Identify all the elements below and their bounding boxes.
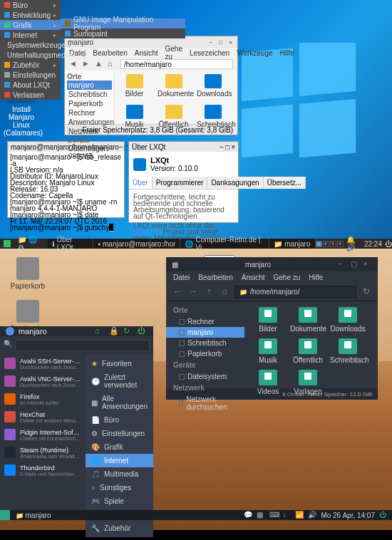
about-titlebar[interactable]: Über LXQt −□× (129, 142, 238, 152)
menu-gehezu[interactable]: Gehe zu (165, 45, 182, 61)
search-input[interactable] (15, 340, 150, 351)
minimize-button[interactable]: − (338, 260, 346, 269)
menu-internet[interactable]: Internet▸ (0, 30, 61, 40)
folder-dokumente[interactable]: Dokumente (290, 307, 326, 333)
fm2-titlebar[interactable]: ▦ manjaro − ▢ × (166, 257, 378, 271)
app-avahi-vnc[interactable]: Avahi VNC-Server-BrowserDurchsuchen nach… (0, 373, 86, 390)
menu-grafik[interactable]: Grafik▸ (0, 20, 61, 30)
fm2-content[interactable]: Bilder Dokumente Downloads Musik Öffentl… (244, 301, 378, 388)
menu-datei[interactable]: Datei (173, 274, 190, 281)
cat-spiele[interactable]: 🎮Spiele (86, 494, 153, 508)
menu-bearbeiten[interactable]: Bearbeiten (93, 49, 127, 57)
maximize-button[interactable]: □ (225, 143, 229, 151)
tab-ubersetzer[interactable]: Übersetz... (264, 177, 306, 189)
trash-icon[interactable]: Papierkorb (10, 257, 46, 290)
terminal-output[interactable]: [manjaro@manjaro ~]$ lsb_release -a LSB … (8, 152, 124, 233)
cat-sonstiges[interactable]: ○Sonstiges (86, 481, 153, 494)
menu-werkzeuge[interactable]: Werkzeuge (237, 49, 272, 57)
app-avahi-ssh[interactable]: Avahi SSH-Server-BrowserDurchsuchen nach… (0, 355, 86, 373)
maximize-button[interactable]: ▢ (351, 260, 359, 269)
power-icon[interactable]: ⏻ (138, 326, 148, 336)
tab-danksagungen[interactable]: Danksagungen (207, 177, 263, 189)
manjaro-start-button[interactable] (0, 510, 10, 520)
menu-hilfe[interactable]: Hilfe (280, 49, 294, 57)
up-button[interactable]: ↑ (203, 286, 215, 298)
app-firefox[interactable]: FirefoxIm Internet surfen (0, 390, 86, 408)
folder-bilder[interactable]: Bilder (118, 74, 150, 98)
menu-einstellungen[interactable]: Einstellungen (0, 70, 61, 80)
minimize-button[interactable]: − (220, 143, 224, 151)
task-filemanager[interactable]: 📁 manjaro (269, 239, 315, 249)
place-schreibtisch[interactable]: Schreibtisch (166, 338, 244, 348)
tray-icons[interactable]: 🔔 🔊 (346, 236, 361, 251)
cat-internet[interactable]: 🌐Internet (86, 454, 153, 467)
menu-icon[interactable]: ▦ (172, 261, 178, 269)
app-pidgin[interactable]: Pidgin Internet-Sofortnac...Chatten mit … (0, 426, 86, 444)
cat-zuletzt[interactable]: 🕐Zuletzt verwendet (86, 370, 153, 392)
menu-unterhaltung[interactable]: Unterhaltungsmedien...▸ (0, 50, 61, 60)
clock[interactable]: Mo 26 Apr, 14:07 (321, 512, 375, 519)
cat-einstellungen[interactable]: ⚙Einstellungen (86, 427, 153, 440)
menu-lesezeichen[interactable]: Lesezeichen (190, 49, 229, 57)
folder-videos[interactable]: Videos (250, 370, 286, 395)
cat-grafik[interactable]: 🎨Grafik (86, 440, 153, 454)
folder-schreibtisch[interactable]: Schreibtisch (330, 338, 366, 364)
place-manjaro[interactable]: manjaro (67, 81, 112, 90)
app-steam[interactable]: Steam (Runtime)Anwendung zum Verwalten..… (0, 444, 86, 462)
menu-entwicklung[interactable]: Entwicklung▸ (0, 10, 61, 20)
close-button[interactable]: × (231, 143, 235, 151)
home-button[interactable]: ⌂ (108, 59, 118, 69)
clock[interactable]: 22:24 (364, 240, 382, 248)
workspace-pager[interactable]: 1 2 3 4 (316, 241, 344, 247)
task-terminal[interactable]: ▪ manjaro@manjaro:/hor (93, 239, 180, 249)
cat-favoriten[interactable]: ★Favoriten (86, 357, 153, 370)
chat-tray-icon[interactable]: 💬 (244, 511, 252, 519)
path-input[interactable]: 📁 /home/manjaro/ (234, 286, 356, 298)
cat-alle[interactable]: ▦Alle Anwendungen (86, 392, 153, 413)
minimize-button[interactable]: − (119, 143, 123, 151)
menu-ansicht[interactable]: Ansicht (242, 274, 265, 281)
device-disk[interactable]: Datenträger 989 MB (67, 144, 112, 161)
tab-programmierer[interactable]: Programmierer (153, 177, 208, 189)
menu-bearbeiten[interactable]: Bearbeiten (198, 274, 232, 281)
folder-offentlich[interactable]: Öffentlich (158, 105, 190, 128)
quick-launch[interactable]: 📁 🌐 ⚙ (14, 239, 48, 249)
lock-icon[interactable]: 🔒 (109, 326, 119, 336)
update-tray-icon[interactable]: ↓ (282, 511, 291, 519)
menu-gehezu[interactable]: Gehe zu (274, 274, 301, 281)
place-schreibtisch[interactable]: Schreibtisch (67, 90, 112, 99)
folder-downloads[interactable]: Downloads (197, 74, 229, 98)
volume-tray-icon[interactable]: 🔊 (308, 511, 316, 519)
app-thunderbird[interactable]: ThunderbirdE-Mails und Nachrichten mit..… (0, 462, 86, 479)
folder-schreibtisch[interactable]: Schreibtisch (197, 105, 229, 128)
tab-uber[interactable]: Über (129, 177, 153, 189)
close-button[interactable]: × (363, 260, 372, 269)
forward-button[interactable]: → (187, 286, 199, 298)
cat-buro[interactable]: 📄Büro (86, 413, 153, 427)
up-button[interactable]: ▲ (95, 59, 105, 69)
workspace-tray-icon[interactable]: ▦ (257, 511, 265, 519)
menu-buro[interactable]: Büro▸ (0, 0, 61, 10)
place-rechner[interactable]: Rechner (166, 316, 244, 327)
folder-dokumente[interactable]: Dokumente (158, 74, 190, 98)
device-dateisystem[interactable]: Dateisystem (166, 371, 244, 382)
task-filemanager[interactable]: 📁 manjaro (11, 512, 56, 519)
menu-systemwerkzeuge[interactable]: Systemwerkzeuge▸ (0, 40, 61, 50)
task-browser[interactable]: 🌐 Computer-Retro.de | Vi (180, 239, 269, 249)
submenu-gimp[interactable]: GNU Image Manipulation Program (61, 19, 185, 28)
reload-button[interactable]: ↻ (361, 286, 372, 298)
task-about-lxqt[interactable]: ℹ Über LXQt (48, 239, 94, 249)
menu-zubehor[interactable]: Zubehör▸ (0, 60, 61, 70)
fm-content[interactable]: Bilder Dokumente Downloads Musik Öffentl… (115, 71, 237, 124)
folder-musik[interactable]: Musik (118, 105, 150, 128)
home-icon[interactable]: ⌂ (95, 326, 105, 336)
place-papierkorb[interactable]: Papierkorb (166, 348, 244, 359)
close-button[interactable]: × (227, 38, 234, 46)
maximize-button[interactable]: □ (217, 38, 225, 46)
menu-about-lxqt[interactable]: About LXQt (0, 80, 61, 90)
user-avatar-icon[interactable] (6, 327, 14, 336)
cat-multimedia[interactable]: 🎵Multimedia (86, 467, 153, 481)
network-tray-icon[interactable]: 📶 (295, 511, 304, 519)
minimize-button[interactable]: − (207, 38, 215, 46)
forward-button[interactable]: ► (82, 59, 92, 69)
